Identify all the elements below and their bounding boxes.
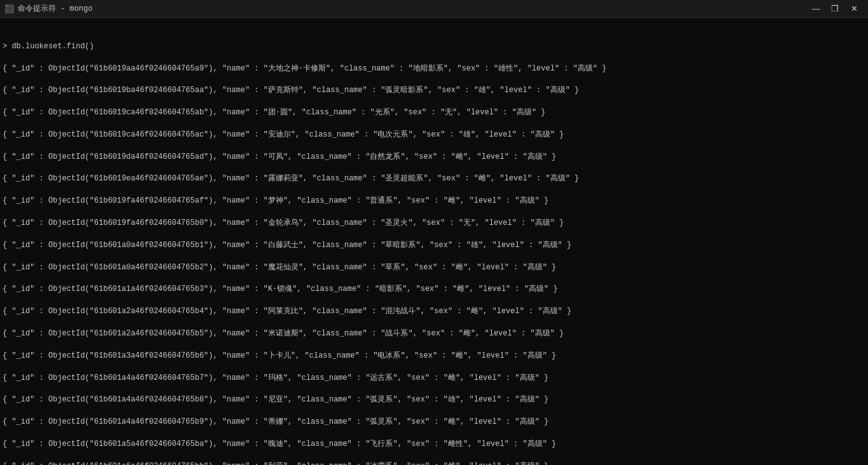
terminal-output[interactable]: > db.luokeset.find() { "_id" : ObjectId(… (0, 18, 868, 465)
terminal-line: { "_id" : ObjectId("61b601a1a46f02466047… (3, 284, 865, 295)
terminal-line: { "_id" : ObjectId("61b6019ca46f02466047… (3, 130, 865, 140)
window-title: 命令提示符 - mongo (18, 3, 93, 14)
close-button[interactable]: ✕ (845, 2, 863, 16)
window: ⬛ 命令提示符 - mongo — ❐ ✕ > db.luokeset.find… (0, 0, 868, 465)
window-icon: ⬛ (5, 4, 14, 13)
terminal-line: { "_id" : ObjectId("61b6019ca46f02466047… (3, 107, 865, 118)
terminal-line: { "_id" : ObjectId("61b6019ba46f02466047… (3, 85, 865, 96)
terminal-line: { "_id" : ObjectId("61b601a2a46f02466047… (3, 328, 865, 339)
terminal-line: { "_id" : ObjectId("61b6019fa46f02466047… (3, 196, 865, 206)
terminal-line: { "_id" : ObjectId("61b601a4a46f02466047… (3, 417, 865, 428)
terminal-line: { "_id" : ObjectId("61b601a4a46f02466047… (3, 394, 865, 405)
title-bar: ⬛ 命令提示符 - mongo — ❐ ✕ (0, 0, 868, 18)
terminal-line: { "_id" : ObjectId("61b601a2a46f02466047… (3, 306, 865, 317)
terminal-line: { "_id" : ObjectId("61b6019da46f02466047… (3, 152, 865, 163)
terminal-line: { "_id" : ObjectId("61b601a6a46f02466047… (3, 461, 865, 465)
restore-button[interactable]: ❐ (826, 2, 844, 16)
title-bar-controls: — ❐ ✕ (807, 2, 863, 16)
terminal-line: { "_id" : ObjectId("61b6019aa46f02466047… (3, 64, 865, 74)
minimize-button[interactable]: — (807, 2, 825, 16)
terminal-line: { "_id" : ObjectId("61b6019fa46f02466047… (3, 218, 865, 229)
terminal-line: { "_id" : ObjectId("61b601a5a46f02466047… (3, 439, 865, 450)
terminal-line: { "_id" : ObjectId("61b601a0a46f02466047… (3, 262, 865, 273)
terminal-line: { "_id" : ObjectId("61b601a0a46f02466047… (3, 240, 865, 251)
terminal-line: { "_id" : ObjectId("61b601a3a46f02466047… (3, 351, 865, 361)
title-bar-left: ⬛ 命令提示符 - mongo (5, 3, 93, 14)
terminal-line: { "_id" : ObjectId("61b601a4a46f02466047… (3, 373, 865, 384)
command-line: > db.luokeset.find() (3, 41, 865, 52)
terminal-line: { "_id" : ObjectId("61b6019ea46f02466047… (3, 173, 865, 184)
